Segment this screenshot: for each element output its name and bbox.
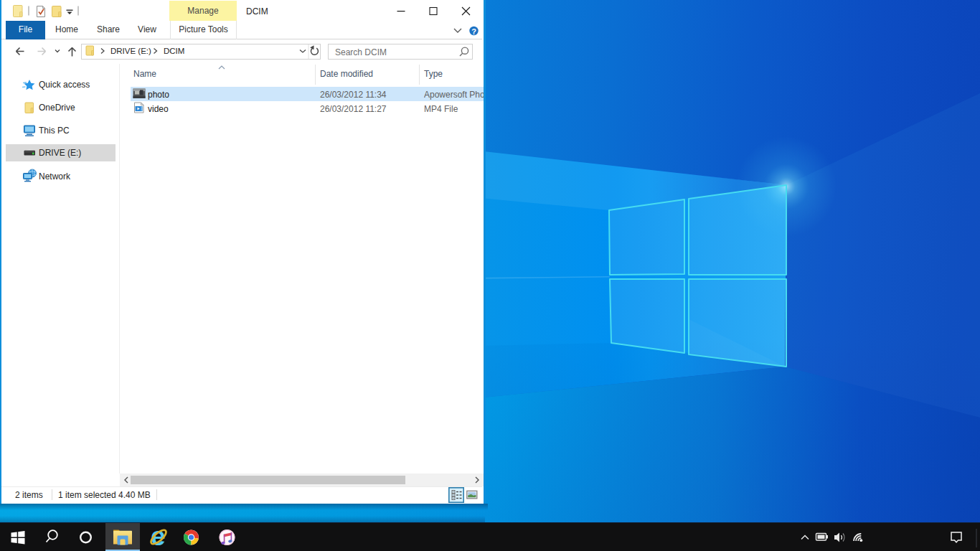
svg-text:DRIVE (E:): DRIVE (E:)	[110, 47, 151, 55]
svg-text:?: ?	[471, 27, 476, 36]
svg-text:DCIM: DCIM	[164, 47, 184, 55]
